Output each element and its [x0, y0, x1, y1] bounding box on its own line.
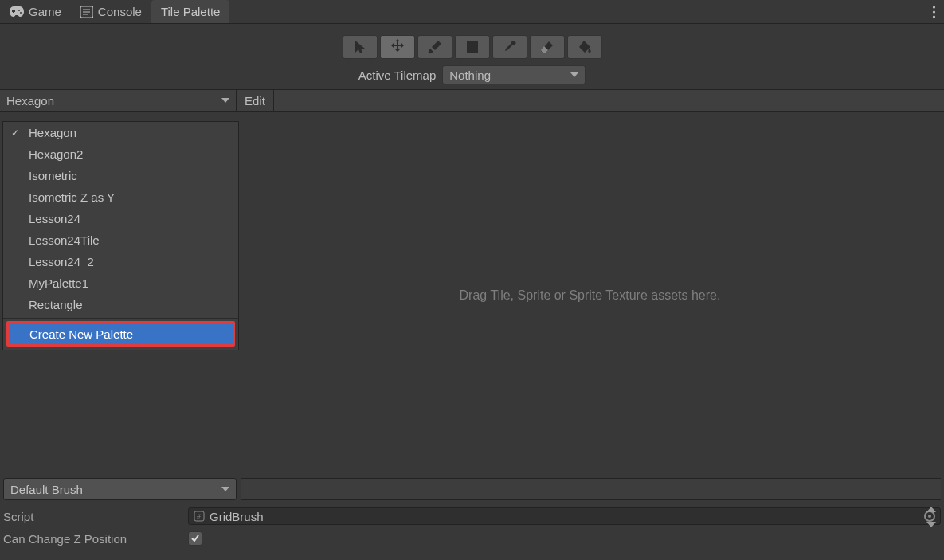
tile-drop-area[interactable]: Drag Tile, Sprite or Sprite Texture asse… [239, 121, 941, 470]
svg-point-6 [933, 15, 935, 18]
can-change-z-label: Can Change Z Position [3, 532, 180, 546]
eraser-tool-button[interactable] [530, 35, 565, 59]
tab-game-label: Game [29, 5, 61, 18]
window-tabbar: Game Console Tile Palette [0, 0, 944, 24]
palette-select-value: Hexagon [6, 94, 54, 108]
cursor-icon [353, 40, 367, 54]
triangle-down-icon [926, 522, 936, 527]
svg-point-4 [933, 6, 935, 8]
tab-console-label: Console [98, 5, 142, 18]
brush-toolbar-spacer [241, 478, 941, 500]
palette-menu-item-label: MyPalette1 [29, 276, 88, 290]
palette-menu-item-label: Rectangle [29, 298, 83, 311]
check-icon: ✓ [10, 127, 21, 139]
tab-tile-palette[interactable]: Tile Palette [151, 0, 229, 23]
create-new-palette-label: Create New Palette [29, 327, 133, 341]
box-tool-button[interactable] [455, 35, 490, 59]
paint-toolbar [343, 35, 602, 59]
check-icon [190, 534, 200, 543]
palette-menu-item[interactable]: Lesson24Tile [3, 229, 238, 251]
tab-tile-palette-label: Tile Palette [161, 5, 220, 18]
paint-toolbar-area: Active Tilemap Nothing [0, 24, 944, 89]
palette-menu-item-label: Lesson24 [29, 212, 80, 225]
palette-menu-item-label: Lesson24Tile [29, 233, 100, 247]
palette-menu-item-label: Lesson24_2 [29, 255, 94, 268]
palette-menu-item-label: Hexagon2 [29, 147, 83, 161]
palette-menu-item-label: Isometric Z as Y [29, 190, 115, 204]
can-change-z-checkbox[interactable] [188, 531, 202, 546]
create-new-palette-item[interactable]: Create New Palette [9, 323, 233, 344]
create-new-palette-highlight: Create New Palette [6, 321, 235, 347]
script-label: Script [3, 510, 180, 523]
palette-menu-item[interactable]: Isometric [3, 165, 238, 186]
console-icon [80, 6, 93, 18]
chevron-down-icon [221, 487, 229, 491]
triangle-up-icon [926, 507, 936, 512]
active-tilemap-value: Nothing [449, 69, 491, 82]
svg-text:#: # [197, 512, 201, 520]
picker-tool-button[interactable] [492, 35, 527, 59]
palette-menu-item[interactable]: Lesson24 [3, 208, 238, 229]
palette-menu-item-label: Isometric [29, 169, 77, 182]
palette-menu-item[interactable]: Rectangle [3, 294, 238, 315]
fill-tool-button[interactable] [567, 35, 602, 59]
eraser-icon [540, 40, 554, 54]
palette-menu-item-label: Hexagon [29, 126, 76, 139]
active-tilemap-label: Active Tilemap [358, 69, 437, 82]
kebab-icon [932, 5, 936, 19]
brush-dropdown[interactable]: Default Brush [3, 478, 237, 500]
drop-hint-text: Drag Tile, Sprite or Sprite Texture asse… [460, 288, 721, 303]
svg-rect-7 [467, 41, 478, 53]
active-tilemap-row: Active Tilemap Nothing [358, 65, 586, 84]
tab-console[interactable]: Console [71, 0, 151, 23]
palette-menu-item[interactable]: MyPalette1 [3, 272, 238, 294]
script-icon: # [194, 511, 205, 522]
palette-menu-item[interactable]: Lesson24_2 [3, 251, 238, 272]
brush-icon [428, 40, 442, 54]
brush-row: Default Brush [3, 478, 941, 500]
chevron-down-icon [221, 98, 229, 103]
inspector-fold-arrows[interactable] [926, 507, 941, 527]
gamepad-icon [10, 6, 24, 17]
square-icon [466, 41, 479, 53]
select-tool-button[interactable] [343, 35, 378, 59]
brush-dropdown-value: Default Brush [10, 483, 83, 496]
palette-bar: Hexagon Edit [0, 89, 944, 112]
edit-button-label: Edit [245, 94, 265, 108]
move-tool-button[interactable] [380, 35, 415, 59]
eyedropper-icon [503, 40, 517, 54]
palette-menu-item[interactable]: Hexagon2 [3, 143, 238, 165]
brush-inspector: Script # GridBrush Can Change Z Position [3, 505, 941, 550]
move-icon [390, 39, 405, 55]
palette-select-dropdown[interactable]: Hexagon [0, 90, 237, 111]
active-tilemap-dropdown[interactable]: Nothing [442, 65, 586, 84]
tab-game[interactable]: Game [0, 0, 71, 23]
palette-dropdown-menu: ✓HexagonHexagon2IsometricIsometric Z as … [2, 121, 239, 350]
script-value: GridBrush [210, 510, 264, 523]
palette-menu-item[interactable]: Isometric Z as Y [3, 186, 238, 208]
palette-menu-item[interactable]: ✓Hexagon [3, 122, 238, 143]
bucket-icon [578, 40, 592, 54]
chevron-down-icon [570, 72, 578, 77]
svg-point-5 [933, 10, 935, 13]
edit-button[interactable]: Edit [237, 90, 274, 111]
script-object-field[interactable]: # GridBrush [188, 507, 941, 525]
menu-divider [3, 318, 238, 319]
brush-tool-button[interactable] [417, 35, 452, 59]
window-menu-button[interactable] [932, 0, 936, 23]
